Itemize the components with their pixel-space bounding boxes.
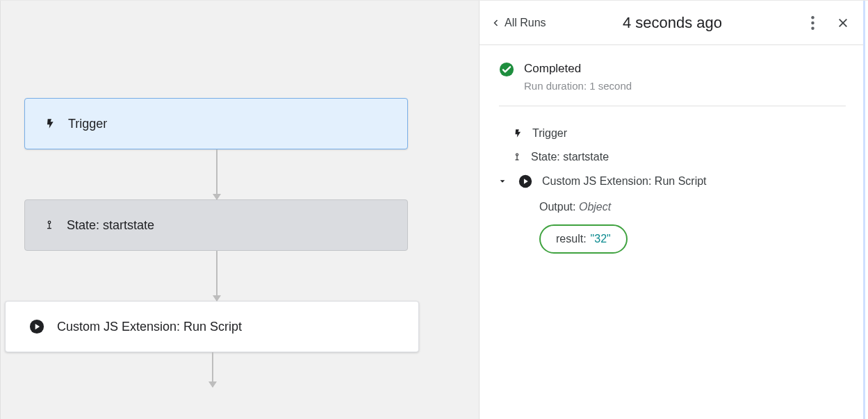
action-output: Output: Object result: "32" xyxy=(499,201,846,254)
bolt-icon xyxy=(44,117,56,131)
svg-point-10 xyxy=(516,154,518,156)
play-circle-icon xyxy=(518,174,532,188)
back-link-label: All Runs xyxy=(505,17,546,29)
close-panel-button[interactable] xyxy=(833,13,853,33)
panel-header: All Runs 4 seconds ago xyxy=(480,1,865,45)
flow-node-state-label: State: startstate xyxy=(67,218,154,233)
check-circle-icon xyxy=(499,62,514,77)
output-type: Object xyxy=(579,201,611,213)
bolt-icon xyxy=(513,127,523,140)
run-step-action-label: Custom JS Extension: Run Script xyxy=(542,175,707,188)
run-step-trigger[interactable]: Trigger xyxy=(499,122,846,145)
play-circle-icon xyxy=(29,319,44,334)
panel-right-accent xyxy=(863,1,865,419)
output-label: Output: xyxy=(539,201,575,213)
run-status: Completed Run duration: 1 second xyxy=(499,62,846,106)
milestone-icon xyxy=(513,151,521,163)
chevron-left-icon xyxy=(492,17,500,28)
flow-connector xyxy=(216,149,218,199)
close-icon xyxy=(837,17,849,28)
output-result: result: "32" xyxy=(539,224,628,254)
svg-point-5 xyxy=(811,21,814,24)
run-step-state[interactable]: State: startstate xyxy=(499,145,846,169)
svg-point-4 xyxy=(811,16,814,19)
flow-connector xyxy=(212,352,213,387)
kebab-icon xyxy=(811,16,814,30)
flow-canvas[interactable]: Trigger State: startstate Custom JS Exte… xyxy=(0,1,480,419)
milestone-icon xyxy=(44,218,54,232)
svg-point-6 xyxy=(811,26,814,29)
run-details-panel: All Runs 4 seconds ago Completed Run du xyxy=(480,1,868,419)
svg-point-0 xyxy=(48,221,51,224)
run-step-trigger-label: Trigger xyxy=(532,127,567,140)
run-step-state-label: State: startstate xyxy=(531,151,609,163)
flow-node-state[interactable]: State: startstate xyxy=(24,199,408,251)
panel-title: 4 seconds ago xyxy=(623,14,722,32)
back-to-all-runs-link[interactable]: All Runs xyxy=(492,17,546,29)
caret-down-icon xyxy=(499,178,509,185)
flow-node-trigger-label: Trigger xyxy=(68,117,107,131)
status-title: Completed xyxy=(524,62,632,76)
flow-connector xyxy=(216,251,218,301)
flow-node-action[interactable]: Custom JS Extension: Run Script xyxy=(5,301,419,352)
output-result-key: result: xyxy=(556,233,587,245)
output-result-value: "32" xyxy=(591,233,611,245)
flow-node-action-label: Custom JS Extension: Run Script xyxy=(57,320,242,334)
flow-node-trigger[interactable]: Trigger xyxy=(24,98,408,149)
status-subtitle: Run duration: 1 second xyxy=(524,80,632,92)
more-options-button[interactable] xyxy=(803,13,822,33)
run-step-action[interactable]: Custom JS Extension: Run Script xyxy=(499,169,846,194)
